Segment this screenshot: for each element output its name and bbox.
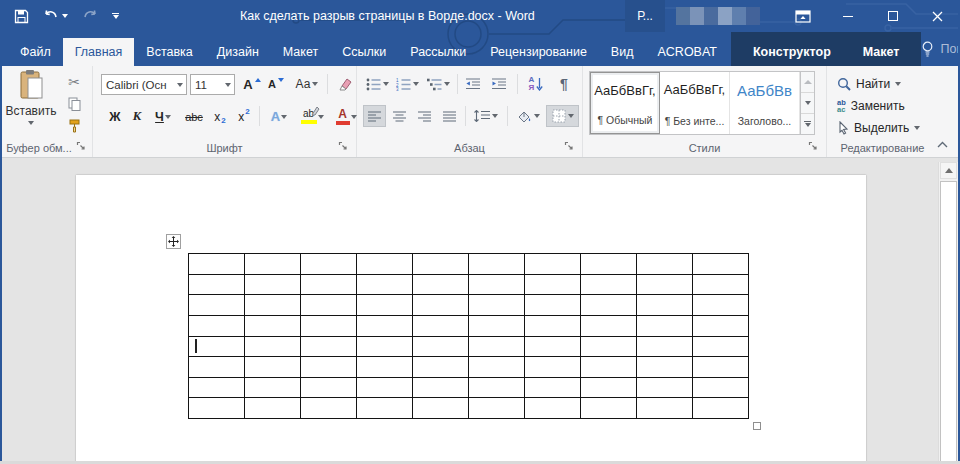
underline-dropdown-icon[interactable] xyxy=(165,115,171,119)
table-cell[interactable] xyxy=(693,315,749,336)
increase-indent-button[interactable] xyxy=(487,73,511,95)
undo-dropdown-icon[interactable] xyxy=(62,14,68,18)
tell-me-button[interactable]: Помощн xyxy=(921,41,960,57)
font-dialog-launcher[interactable] xyxy=(338,141,350,153)
tab-design[interactable]: Дизайн xyxy=(205,38,271,66)
table-cell[interactable] xyxy=(693,336,749,357)
font-size-dropdown-icon[interactable] xyxy=(221,75,234,94)
table-cell[interactable] xyxy=(525,336,581,357)
table-cell[interactable] xyxy=(413,336,469,357)
table-cell[interactable] xyxy=(525,315,581,336)
paragraph-dialog-launcher[interactable] xyxy=(564,141,576,153)
table-cell[interactable] xyxy=(637,336,693,357)
find-dropdown-icon[interactable] xyxy=(895,82,901,86)
table-cell[interactable] xyxy=(581,398,637,419)
ribbon-display-options-button[interactable] xyxy=(780,0,825,32)
grow-font-button[interactable]: А xyxy=(241,73,263,95)
tab-acrobat[interactable]: ACROBAT xyxy=(645,38,729,66)
table-cell[interactable] xyxy=(301,398,357,419)
table-cell[interactable] xyxy=(637,398,693,419)
table-cell[interactable] xyxy=(189,315,245,336)
table-cell[interactable] xyxy=(301,295,357,316)
align-center-button[interactable] xyxy=(388,105,411,127)
collapse-ribbon-button[interactable] xyxy=(934,137,950,151)
close-button[interactable] xyxy=(915,0,960,32)
table-cell[interactable] xyxy=(581,336,637,357)
table-cell[interactable] xyxy=(357,295,413,316)
paste-dropdown-icon[interactable] xyxy=(28,121,34,125)
borders-dropdown-icon[interactable] xyxy=(568,114,574,118)
table-cell[interactable] xyxy=(469,336,525,357)
italic-button[interactable]: К xyxy=(127,105,147,128)
minimize-button[interactable] xyxy=(825,0,870,32)
show-formatting-marks-button[interactable]: ¶ xyxy=(553,73,575,95)
align-right-button[interactable] xyxy=(413,105,436,127)
table-cell[interactable] xyxy=(581,295,637,316)
align-left-button[interactable] xyxy=(363,105,386,127)
gallery-more-button[interactable] xyxy=(801,114,814,134)
select-dropdown-icon[interactable] xyxy=(914,126,920,130)
table-cell[interactable] xyxy=(245,254,301,275)
tab-layout[interactable]: Макет xyxy=(271,38,330,66)
tab-review[interactable]: Рецензирование xyxy=(478,38,599,66)
table-cell[interactable] xyxy=(189,274,245,295)
numbering-button[interactable]: 123 xyxy=(393,73,421,95)
table-cell[interactable] xyxy=(301,357,357,378)
table-cell[interactable] xyxy=(693,254,749,275)
table-cell[interactable] xyxy=(637,377,693,398)
table-cell[interactable] xyxy=(189,357,245,378)
table-move-handle[interactable] xyxy=(166,234,181,249)
table-cell[interactable] xyxy=(413,398,469,419)
table-cell[interactable] xyxy=(357,357,413,378)
table-cell[interactable] xyxy=(357,377,413,398)
line-spacing-button[interactable] xyxy=(470,105,502,127)
table-cell[interactable] xyxy=(693,377,749,398)
copy-button[interactable] xyxy=(62,94,86,114)
table-cell[interactable] xyxy=(357,336,413,357)
table-cell[interactable] xyxy=(469,295,525,316)
decrease-indent-button[interactable] xyxy=(461,73,485,95)
table-cell[interactable] xyxy=(189,377,245,398)
table-cell[interactable] xyxy=(189,295,245,316)
table-cell[interactable] xyxy=(357,254,413,275)
borders-button[interactable] xyxy=(546,105,579,127)
table-cell[interactable] xyxy=(525,398,581,419)
table-cell[interactable] xyxy=(469,274,525,295)
table-cell[interactable] xyxy=(637,357,693,378)
subscript-button[interactable]: х2 xyxy=(209,105,231,128)
tab-mailings[interactable]: Рассылки xyxy=(398,38,478,66)
style-card-no-spacing[interactable]: АаБбВвГг, ¶ Без инте... xyxy=(660,72,730,134)
replace-button[interactable]: abac Заменить xyxy=(837,96,905,116)
undo-button[interactable] xyxy=(43,10,68,23)
scroll-up-button[interactable] xyxy=(940,162,957,179)
justify-button[interactable] xyxy=(438,105,461,127)
table-cell[interactable] xyxy=(245,315,301,336)
table-cell[interactable] xyxy=(637,295,693,316)
table-cell[interactable] xyxy=(245,357,301,378)
table-cell[interactable] xyxy=(581,315,637,336)
table-cell[interactable] xyxy=(357,315,413,336)
multilevel-dropdown-icon[interactable] xyxy=(444,82,450,86)
table-cell[interactable] xyxy=(245,377,301,398)
tab-home[interactable]: Главная xyxy=(63,38,135,66)
find-button[interactable]: Найти xyxy=(837,74,901,94)
table-cell[interactable] xyxy=(469,315,525,336)
table-cell[interactable] xyxy=(413,254,469,275)
table-cell[interactable] xyxy=(469,254,525,275)
table-cell[interactable] xyxy=(301,315,357,336)
table-cell[interactable] xyxy=(693,295,749,316)
gallery-scroll-up-button[interactable] xyxy=(801,72,814,93)
redo-button[interactable] xyxy=(82,10,98,23)
tab-file[interactable]: Файл xyxy=(8,38,63,66)
table-cell[interactable] xyxy=(525,274,581,295)
select-button[interactable]: Выделить xyxy=(837,118,920,138)
table-cell[interactable] xyxy=(525,377,581,398)
table-cell[interactable] xyxy=(413,377,469,398)
clipboard-dialog-launcher[interactable] xyxy=(76,141,88,153)
paste-button[interactable]: Вставить xyxy=(4,69,58,153)
cut-button[interactable]: ✂ xyxy=(62,72,86,92)
format-painter-button[interactable] xyxy=(62,116,86,136)
table-cell[interactable] xyxy=(581,357,637,378)
highlight-button[interactable]: ab xyxy=(296,105,328,128)
table-resize-handle[interactable] xyxy=(753,422,761,430)
